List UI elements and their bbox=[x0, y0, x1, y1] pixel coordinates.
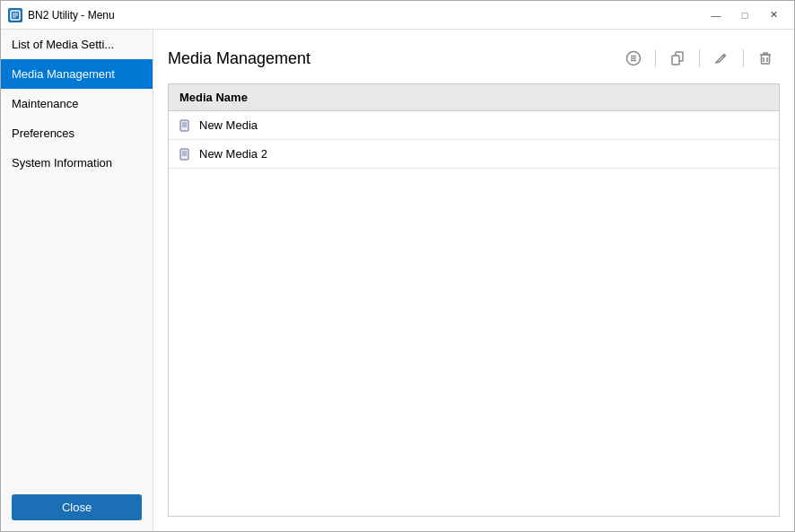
toolbar bbox=[619, 44, 780, 73]
svg-rect-9 bbox=[672, 56, 679, 65]
sidebar: List of Media Setti... Media Management … bbox=[1, 30, 153, 531]
media-row-1-label: New Media bbox=[199, 118, 258, 132]
media-icon-2 bbox=[179, 148, 192, 161]
toolbar-separator-3 bbox=[743, 49, 744, 67]
sidebar-item-preferences[interactable]: Preferences bbox=[1, 118, 153, 148]
app-icon bbox=[8, 8, 22, 22]
window-controls: — □ ✕ bbox=[703, 4, 787, 26]
window-title: BN2 Utility - Menu bbox=[28, 9, 703, 22]
main-content: List of Media Setti... Media Management … bbox=[1, 30, 794, 531]
sidebar-item-maintenance[interactable]: Maintenance bbox=[1, 89, 153, 118]
sidebar-nav: List of Media Setti... Media Management … bbox=[1, 30, 153, 484]
edit-button[interactable] bbox=[707, 44, 736, 73]
toolbar-separator-1 bbox=[655, 49, 656, 67]
media-icon-1 bbox=[179, 119, 192, 132]
sidebar-item-list-media[interactable]: List of Media Setti... bbox=[1, 30, 153, 59]
page-title: Media Management bbox=[168, 49, 310, 68]
media-table: Media Name New Media bbox=[168, 83, 780, 517]
minimize-button[interactable]: — bbox=[703, 4, 729, 26]
table-row[interactable]: New Media bbox=[169, 111, 779, 140]
delete-button[interactable] bbox=[751, 44, 780, 73]
content-header: Media Management bbox=[168, 44, 780, 73]
svg-rect-15 bbox=[180, 120, 188, 131]
sidebar-close-area: Close bbox=[1, 484, 153, 531]
sidebar-item-system-info[interactable]: System Information bbox=[1, 148, 153, 178]
svg-rect-19 bbox=[180, 149, 188, 160]
table-header: Media Name bbox=[169, 84, 779, 111]
media-row-2-label: New Media 2 bbox=[199, 147, 267, 161]
table-body[interactable]: New Media New Media 2 bbox=[169, 111, 779, 516]
content-area: Media Management bbox=[153, 30, 794, 531]
svg-rect-12 bbox=[762, 55, 770, 64]
table-row[interactable]: New Media 2 bbox=[169, 140, 779, 169]
title-bar: BN2 Utility - Menu — □ ✕ bbox=[1, 1, 794, 30]
window-close-button[interactable]: ✕ bbox=[760, 4, 787, 26]
app-window: BN2 Utility - Menu — □ ✕ List of Media S… bbox=[0, 0, 795, 532]
maximize-button[interactable]: □ bbox=[731, 4, 758, 26]
sidebar-item-media-management[interactable]: Media Management bbox=[1, 59, 153, 89]
copy-button[interactable] bbox=[663, 44, 692, 73]
list-view-button[interactable] bbox=[619, 44, 648, 73]
close-button[interactable]: Close bbox=[12, 494, 142, 520]
toolbar-separator-2 bbox=[699, 49, 700, 67]
